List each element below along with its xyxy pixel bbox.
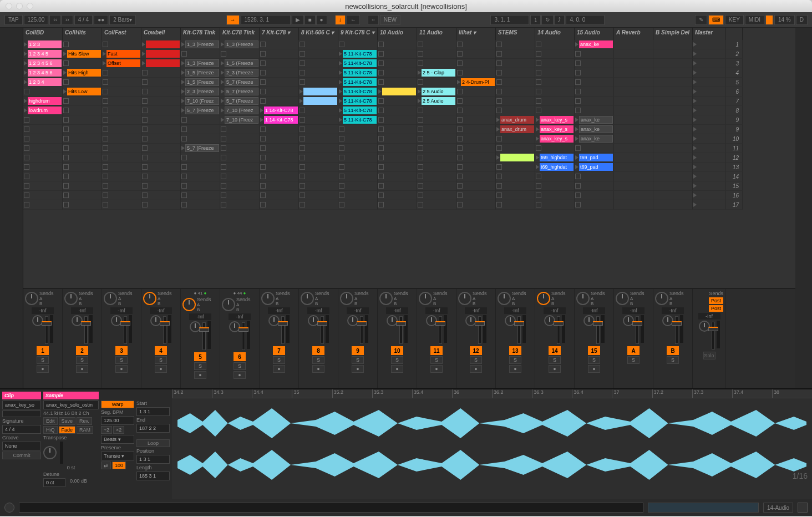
clip-slot[interactable]: Offset xyxy=(102,59,141,68)
clip-slot[interactable]: 1_3 (Freeze xyxy=(220,40,260,49)
clip-slot[interactable]: Hits Slow xyxy=(63,49,102,59)
clip-slot[interactable] xyxy=(535,144,575,153)
solo-button[interactable]: S xyxy=(234,362,246,370)
clip-slot[interactable] xyxy=(653,181,693,191)
save-button[interactable]: Save xyxy=(59,417,76,425)
clip-slot[interactable] xyxy=(102,200,141,210)
clip-slot[interactable] xyxy=(102,125,141,134)
volume-value[interactable]: -Inf xyxy=(32,307,54,314)
clip-slot[interactable] xyxy=(575,144,614,153)
clip-slot[interactable] xyxy=(378,106,417,115)
warp-button[interactable]: Warp xyxy=(101,401,134,408)
track-header[interactable]: A Reverb xyxy=(614,28,653,40)
clip-slot[interactable]: 5_7 (Freeze xyxy=(181,144,220,153)
solo-button[interactable]: S xyxy=(430,356,443,364)
clip-slot[interactable] xyxy=(181,134,220,144)
clip-slot[interactable] xyxy=(653,78,693,87)
clip-slot[interactable]: anax_ke xyxy=(575,40,614,49)
scene-launch[interactable] xyxy=(693,115,726,125)
volume-fader[interactable] xyxy=(596,316,600,344)
clip-slot[interactable] xyxy=(456,97,496,106)
clip-slot[interactable] xyxy=(181,172,220,181)
scene-number[interactable]: 14 xyxy=(726,172,743,181)
clip-slot[interactable] xyxy=(338,200,378,210)
scene-number[interactable]: 17 xyxy=(726,200,743,210)
clip-slot[interactable] xyxy=(220,200,260,210)
clip-slot[interactable] xyxy=(299,134,338,144)
clip-slot[interactable] xyxy=(535,68,575,78)
clip-slot[interactable] xyxy=(378,115,417,125)
arm-button[interactable]: ● xyxy=(194,371,206,379)
track-activator[interactable]: 5 xyxy=(194,352,206,361)
clip-slot[interactable]: Hits High xyxy=(63,68,102,78)
warp-mode-menu[interactable]: Beats ▾ xyxy=(101,435,134,444)
clip-slot[interactable] xyxy=(535,49,575,59)
stop-button[interactable]: ■ xyxy=(304,15,316,25)
track-activator[interactable]: 10 xyxy=(391,346,403,355)
clip-slot[interactable] xyxy=(260,144,299,153)
clip-slot[interactable] xyxy=(378,172,417,181)
double-bpm-button[interactable]: ×2 xyxy=(113,426,124,434)
clip-slot[interactable] xyxy=(220,134,260,144)
clip-slot[interactable] xyxy=(299,97,338,106)
clip-slot[interactable] xyxy=(63,106,102,115)
clip-slot[interactable] xyxy=(614,144,653,153)
clip-slot[interactable] xyxy=(260,125,299,134)
clip-slot[interactable] xyxy=(535,59,575,68)
solo-button[interactable]: S xyxy=(588,356,600,364)
clip-slot[interactable]: lowdrum xyxy=(23,106,63,115)
clip-slot[interactable]: 2 4-Drum-Pl xyxy=(456,78,496,87)
minimize-icon[interactable] xyxy=(16,3,23,9)
clip-slot[interactable] xyxy=(181,153,220,163)
scene-number[interactable]: 4 xyxy=(726,68,743,78)
track-activator[interactable]: 6 xyxy=(234,352,246,361)
clip-slot[interactable] xyxy=(496,181,535,191)
clip-slot[interactable] xyxy=(456,134,496,144)
volume-value[interactable]: -Inf xyxy=(386,307,408,314)
gain-slider[interactable] xyxy=(60,442,63,464)
clip-slot[interactable]: 1 2 3 4 5 xyxy=(23,49,63,59)
clip-slot[interactable] xyxy=(456,172,496,181)
clip-slot[interactable]: 1_5 (Freeze xyxy=(181,68,220,78)
scene-launch[interactable] xyxy=(693,181,726,191)
clip-slot[interactable] xyxy=(575,49,614,59)
clip-slot[interactable] xyxy=(378,87,417,97)
clip-slot[interactable] xyxy=(102,172,141,181)
clip-slot[interactable]: t69_pad xyxy=(575,153,614,163)
clip-slot[interactable]: t69_pad xyxy=(575,163,614,172)
clip-slot[interactable] xyxy=(260,40,299,49)
clip-slot[interactable]: 1_5 (Freeze xyxy=(181,78,220,87)
half-bpm-button[interactable]: ÷2 xyxy=(101,426,112,434)
scene-number[interactable]: 3 xyxy=(726,59,743,68)
clip-slot[interactable] xyxy=(63,191,102,200)
track-header[interactable]: 8 Kit-606 C ▾ xyxy=(299,28,338,40)
zoom-icon[interactable] xyxy=(27,3,33,9)
clip-slot[interactable] xyxy=(456,191,496,200)
clip-slot[interactable] xyxy=(378,144,417,153)
clip-slot[interactable] xyxy=(614,115,653,125)
clip-slot[interactable] xyxy=(614,78,653,87)
clip-slot[interactable] xyxy=(456,59,496,68)
clip-slot[interactable] xyxy=(141,144,181,153)
punch-in-button[interactable]: ⤵ xyxy=(530,15,541,25)
quantize-menu[interactable]: 2 Bars ▾ xyxy=(109,15,136,25)
clip-slot[interactable] xyxy=(63,59,102,68)
clip-slot[interactable] xyxy=(575,68,614,78)
track-activator[interactable]: 9 xyxy=(352,346,364,355)
scene-launch[interactable] xyxy=(693,78,726,87)
clip-slot[interactable] xyxy=(378,181,417,191)
rev-button[interactable]: Rev. xyxy=(77,417,92,425)
solo-button[interactable]: S xyxy=(37,356,49,364)
ram-button[interactable]: RAM xyxy=(77,426,93,434)
clip-slot[interactable] xyxy=(496,134,535,144)
send-a-knob[interactable] xyxy=(498,292,511,305)
volume-fader[interactable] xyxy=(124,316,127,344)
clip-slot[interactable] xyxy=(496,78,535,87)
loop-button[interactable]: ↻ xyxy=(541,15,554,25)
clip-slot[interactable]: anax_drum xyxy=(496,115,535,125)
volume-value[interactable]: -Inf xyxy=(71,307,93,314)
clip-slot[interactable] xyxy=(456,181,496,191)
solo-button[interactable]: S xyxy=(667,356,679,364)
clip-slot[interactable] xyxy=(575,200,614,210)
clip-slot[interactable]: anax_drum xyxy=(496,125,535,134)
